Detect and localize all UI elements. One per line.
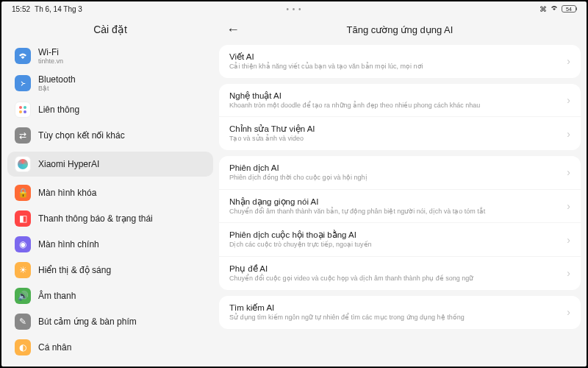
row-desc: Khoanh tròn một doodle để tạo ra những ả… <box>229 102 567 110</box>
status-bar: 15:52 Th 6, 14 Thg 3 • • • ⌘ 54 <box>1 1 587 16</box>
sidebar-item-label: Bút cảm ứng & bàn phím <box>38 316 137 327</box>
row-title: Nghệ thuật AI <box>229 91 567 101</box>
status-dots: • • • <box>286 5 301 13</box>
sidebar-item-hyperai[interactable]: Xiaomi HyperAI <box>7 152 213 177</box>
sidebar-item-label: Thanh thông báo & trạng thái <box>38 213 153 224</box>
interconnect-icon <box>15 102 31 118</box>
chevron-right-icon: › <box>567 94 570 106</box>
display-icon: ☀ <box>15 262 31 278</box>
row-desc: Dịch các cuộc trò chuyện trực tiếp, ngoạ… <box>229 241 567 250</box>
settings-card: Viết AICải thiện khả năng viết của bạn v… <box>219 45 581 78</box>
sidebar-title: Cài đặt <box>7 19 213 43</box>
sidebar: Cài đặt Wi-Fitinhte.vn ᚛ BluetoothBật Li… <box>7 19 213 361</box>
connections-icon: ⇄ <box>15 127 31 144</box>
row-title: Tìm kiếm AI <box>229 302 567 313</box>
chevron-right-icon: › <box>567 128 570 140</box>
bluetooth-icon: ⌘ <box>539 5 547 13</box>
bluetooth-icon: ᚛ <box>15 75 31 91</box>
sidebar-item-label: Wi-Fi <box>38 47 63 57</box>
sidebar-item-connections[interactable]: ⇄ Tùy chọn kết nối khác <box>7 123 213 148</box>
content-title: Tăng cường ứng dụng AI <box>347 24 453 35</box>
sidebar-item-label: Bluetooth <box>38 74 76 85</box>
row-desc: Chuyển đổi âm thanh thành văn bản, tự độ… <box>229 208 567 216</box>
sidebar-item-stylus[interactable]: ✎ Bút cảm ứng & bàn phím <box>7 309 213 334</box>
settings-card: Tìm kiếm AISử dụng tìm kiếm ngôn ngữ tự … <box>219 296 581 329</box>
status-date: Th 6, 14 Thg 3 <box>35 5 82 13</box>
sidebar-item-label: Màn hình khóa <box>38 188 96 198</box>
settings-row[interactable]: Tìm kiếm AISử dụng tìm kiếm ngôn ngữ tự … <box>219 296 581 329</box>
personal-icon: ◐ <box>15 339 31 355</box>
sidebar-item-wifi[interactable]: Wi-Fitinhte.vn <box>7 43 213 69</box>
sound-icon: 🔊 <box>15 288 31 304</box>
back-button[interactable]: ← <box>226 22 240 38</box>
chevron-right-icon: › <box>567 306 570 318</box>
sidebar-item-label: Màn hình chính <box>38 239 99 250</box>
sidebar-item-label: Âm thanh <box>38 291 76 301</box>
sidebar-item-home[interactable]: ◉ Màn hình chính <box>7 232 213 257</box>
content-panel: ← Tăng cường ứng dụng AI Viết AICải thiệ… <box>219 19 581 361</box>
lock-icon: 🔒 <box>15 185 31 201</box>
sidebar-item-label: Cá nhân <box>38 342 71 353</box>
settings-row[interactable]: Nghệ thuật AIKhoanh tròn một doodle để t… <box>219 84 581 117</box>
settings-row[interactable]: Phụ đề AIChuyển đổi cuộc gọi video và cu… <box>219 256 581 290</box>
sidebar-item-lockscreen[interactable]: 🔒 Màn hình khóa <box>7 180 213 205</box>
sidebar-item-personal[interactable]: ◐ Cá nhân <box>7 335 213 360</box>
sidebar-item-label: Hiển thị & độ sáng <box>38 265 111 275</box>
sidebar-item-label: Xiaomi HyperAI <box>38 159 99 169</box>
settings-row[interactable]: Nhận dạng giọng nói AIChuyển đổi âm than… <box>219 189 581 223</box>
row-desc: Chuyển đổi cuộc gọi video và cuộc họp và… <box>229 275 567 283</box>
sidebar-item-interconnect[interactable]: Liên thông <box>7 97 213 122</box>
chevron-right-icon: › <box>567 55 570 67</box>
row-title: Chỉnh sửa Thư viện AI <box>229 124 567 134</box>
chevron-right-icon: › <box>567 200 570 212</box>
settings-card: Phiên dịch AIPhiên dịch đồng thời cho cu… <box>219 156 581 290</box>
sidebar-item-sub: tinhte.vn <box>38 57 63 65</box>
row-title: Phiên dịch AI <box>229 163 567 173</box>
sidebar-item-notifications[interactable]: ◧ Thanh thông báo & trạng thái <box>7 206 213 231</box>
row-title: Phụ đề AI <box>229 263 567 274</box>
chevron-right-icon: › <box>567 166 570 178</box>
row-title: Phiên dịch cuộc hội thoại bằng AI <box>229 230 567 240</box>
sidebar-item-sound[interactable]: 🔊 Âm thanh <box>7 283 213 308</box>
battery-icon: 54 <box>562 5 576 13</box>
home-icon: ◉ <box>15 236 31 252</box>
sidebar-item-label: Tùy chọn kết nối khác <box>38 130 125 141</box>
stylus-icon: ✎ <box>15 314 31 330</box>
hyperai-icon <box>15 156 31 172</box>
row-title: Viết AI <box>229 52 567 62</box>
settings-row[interactable]: Chỉnh sửa Thư viện AITạo và sửa ảnh và v… <box>219 116 581 150</box>
row-desc: Phiên dịch đồng thời cho cuộc gọi và hội… <box>229 174 567 183</box>
wifi-icon <box>550 4 559 13</box>
row-desc: Sử dụng tìm kiếm ngôn ngữ tự nhiên để tì… <box>229 314 567 322</box>
sidebar-item-display[interactable]: ☀ Hiển thị & độ sáng <box>7 258 213 283</box>
settings-row[interactable]: Phiên dịch cuộc hội thoại bằng AIDịch cá… <box>219 222 581 256</box>
row-desc: Cải thiện khả năng viết của bạn và tạo v… <box>229 63 567 71</box>
status-time: 15:52 <box>12 5 30 13</box>
settings-card: Nghệ thuật AIKhoanh tròn một doodle để t… <box>219 84 581 150</box>
chevron-right-icon: › <box>567 234 570 246</box>
settings-row[interactable]: Phiên dịch AIPhiên dịch đồng thời cho cu… <box>219 156 581 189</box>
chevron-right-icon: › <box>567 267 570 279</box>
sidebar-item-bluetooth[interactable]: ᚛ BluetoothBật <box>7 70 213 96</box>
sidebar-item-label: Liên thông <box>38 105 79 115</box>
sidebar-item-sub: Bật <box>38 85 76 92</box>
wifi-icon <box>15 48 31 64</box>
notifications-icon: ◧ <box>15 210 31 227</box>
settings-row[interactable]: Viết AICải thiện khả năng viết của bạn v… <box>219 45 581 78</box>
row-title: Nhận dạng giọng nói AI <box>229 197 567 207</box>
row-desc: Tạo và sửa ảnh và video <box>229 135 567 144</box>
